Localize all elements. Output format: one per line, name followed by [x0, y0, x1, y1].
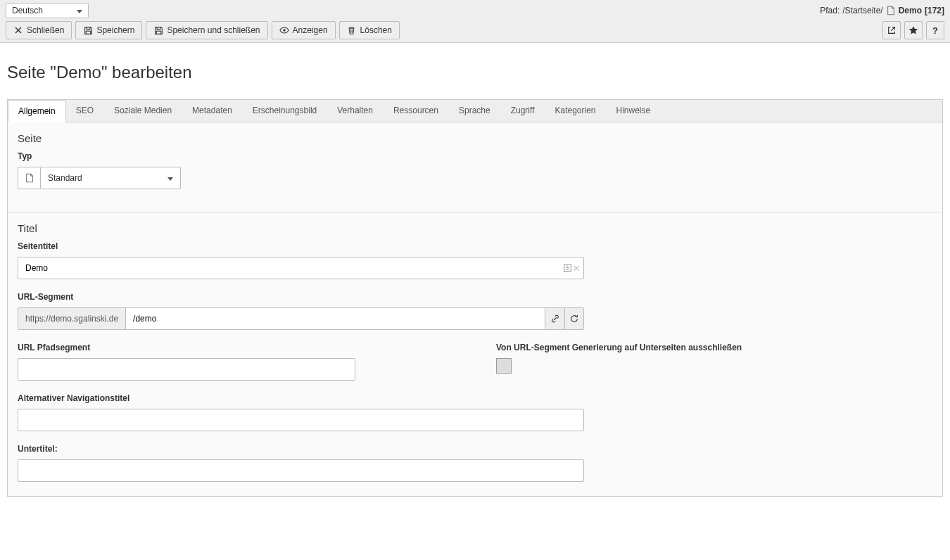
view-button[interactable]: Anzeigen	[272, 21, 336, 39]
svg-rect-1	[564, 265, 571, 272]
delete-button[interactable]: Löschen	[339, 21, 400, 39]
pagetitle-label: Seitentitel	[18, 241, 932, 251]
tab-seo[interactable]: SEO	[66, 100, 104, 122]
tabs: Allgemein SEO Soziale Medien Metadaten E…	[7, 99, 943, 122]
urlseg-lock-button[interactable]	[545, 307, 564, 330]
exclude-checkbox[interactable]	[496, 358, 512, 374]
urlseg-refresh-button[interactable]	[564, 307, 584, 330]
right-buttons: ?	[882, 21, 944, 39]
pagetitle-clear[interactable]	[563, 264, 580, 273]
help-button[interactable]: ?	[926, 21, 944, 39]
tab-metadaten[interactable]: Metadaten	[182, 100, 243, 122]
external-link-icon	[887, 25, 897, 35]
type-icon-box	[18, 167, 40, 189]
tab-kategorien[interactable]: Kategorien	[545, 100, 606, 122]
urlseg-input[interactable]	[125, 307, 545, 330]
urlpath-input[interactable]	[18, 358, 355, 381]
tab-erscheinungsbild[interactable]: Erscheinungsbild	[243, 100, 327, 122]
save-close-icon	[153, 25, 163, 35]
page-icon	[886, 6, 896, 15]
clear-icon	[573, 265, 580, 272]
path-info: Pfad: /Startseite/ Demo [172]	[820, 6, 944, 15]
link-icon	[550, 314, 560, 324]
path-value: /Startseite/	[842, 6, 882, 15]
navtitle-input[interactable]	[18, 409, 584, 431]
tab-soziale-medien[interactable]: Soziale Medien	[104, 100, 182, 122]
save-icon	[83, 25, 93, 35]
type-label: Typ	[18, 151, 932, 161]
refresh-icon	[569, 314, 579, 324]
page-type-icon	[25, 173, 34, 183]
star-icon	[908, 25, 918, 35]
subtitle-label: Untertitel:	[18, 444, 932, 454]
close-button-label: Schließen	[27, 25, 64, 35]
section-page: Seite Typ Standard	[8, 122, 942, 212]
save-close-button[interactable]: Speichern und schließen	[146, 21, 267, 39]
language-select[interactable]: Deutsch	[6, 3, 89, 18]
page-title: Seite "Demo" bearbeiten	[7, 63, 943, 82]
path-label: Pfad:	[820, 6, 840, 15]
tab-sprache[interactable]: Sprache	[449, 100, 501, 122]
urlpath-label: URL Pfadsegment	[18, 343, 355, 352]
trash-icon	[347, 25, 357, 35]
svg-point-0	[283, 29, 286, 32]
eye-icon	[279, 25, 289, 35]
section-title: Titel Seitentitel URL-Segment https://de…	[8, 212, 942, 496]
language-select-value: Deutsch	[12, 6, 43, 15]
page-name: Demo	[899, 6, 922, 15]
page-id: [172]	[925, 6, 944, 15]
close-button[interactable]: Schließen	[6, 21, 72, 39]
save-close-button-label: Speichern und schließen	[167, 25, 260, 35]
navtitle-label: Alternativer Navigationstitel	[18, 393, 932, 403]
help-icon: ?	[930, 25, 940, 35]
view-button-label: Anzeigen	[293, 25, 328, 35]
type-select[interactable]: Standard	[40, 167, 181, 189]
type-select-value: Standard	[48, 173, 82, 183]
tab-hinweise[interactable]: Hinweise	[607, 100, 661, 122]
urlseg-prefix: https://demo.sgalinski.de	[18, 307, 125, 330]
section-title-heading: Titel	[18, 222, 932, 234]
tab-allgemein[interactable]: Allgemein	[8, 100, 66, 122]
save-button[interactable]: Speichern	[75, 21, 142, 39]
section-page-title: Seite	[18, 132, 932, 144]
exclude-label: Von URL-Segment Generierung auf Untersei…	[496, 343, 742, 352]
contacts-icon	[563, 264, 572, 273]
tab-verhalten[interactable]: Verhalten	[327, 100, 384, 122]
open-external-button[interactable]	[882, 21, 901, 39]
subtitle-input[interactable]	[18, 459, 584, 482]
tab-panel: Seite Typ Standard Titel Seite	[7, 122, 943, 497]
bookmark-button[interactable]	[904, 21, 923, 39]
tab-zugriff[interactable]: Zugriff	[501, 100, 545, 122]
close-icon	[13, 25, 23, 35]
delete-button-label: Löschen	[360, 25, 392, 35]
topbar: Deutsch Pfad: /Startseite/ Demo [172] Sc…	[0, 0, 950, 43]
urlseg-label: URL-Segment	[18, 292, 932, 302]
action-buttons: Schließen Speichern Speichern und schlie…	[6, 21, 400, 39]
tab-ressourcen[interactable]: Ressourcen	[384, 100, 449, 122]
pagetitle-input[interactable]	[18, 257, 584, 279]
save-button-label: Speichern	[96, 25, 134, 35]
